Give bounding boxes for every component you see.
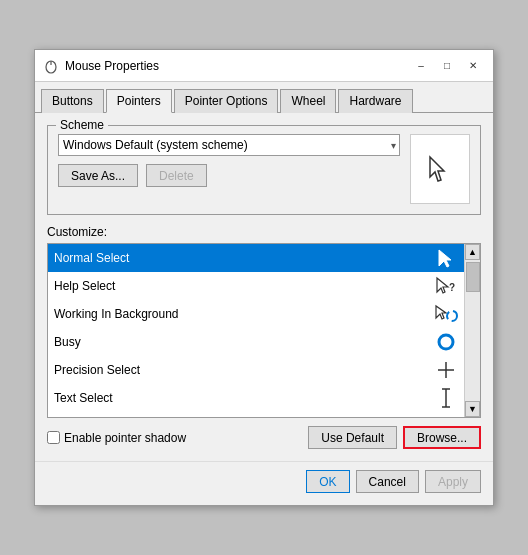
tab-pointer-options[interactable]: Pointer Options: [174, 89, 279, 113]
svg-marker-3: [439, 250, 451, 267]
save-as-button[interactable]: Save As...: [58, 164, 138, 187]
svg-marker-2: [430, 157, 444, 181]
svg-text:?: ?: [449, 282, 455, 293]
svg-point-8: [439, 335, 453, 349]
cursor-list[interactable]: Normal Select Help Select ?: [47, 243, 481, 418]
list-item[interactable]: Text Select: [48, 384, 464, 412]
cursor-preview: [410, 134, 470, 204]
pointer-shadow-checkbox-label[interactable]: Enable pointer shadow: [47, 431, 186, 445]
ok-button[interactable]: OK: [306, 470, 349, 493]
dialog-footer: OK Cancel Apply: [35, 461, 493, 505]
list-item[interactable]: Normal Select: [48, 244, 464, 272]
preview-cursor: [428, 155, 452, 183]
tab-wheel[interactable]: Wheel: [280, 89, 336, 113]
tabs-bar: Buttons Pointers Pointer Options Wheel H…: [35, 82, 493, 113]
scheme-group: Scheme Windows Default (system scheme)Wi…: [47, 125, 481, 215]
mouse-properties-window: Mouse Properties – □ ✕ Buttons Pointers …: [34, 49, 494, 506]
title-bar: Mouse Properties – □ ✕: [35, 50, 493, 82]
scheme-select[interactable]: Windows Default (system scheme)Windows B…: [58, 134, 400, 156]
list-item[interactable]: Help Select ?: [48, 272, 464, 300]
minimize-button[interactable]: –: [409, 56, 433, 76]
customize-label: Customize:: [47, 225, 481, 239]
ibeam-icon: [434, 386, 458, 410]
svg-marker-6: [436, 306, 446, 319]
scrollbar-track[interactable]: [465, 260, 480, 401]
delete-button[interactable]: Delete: [146, 164, 207, 187]
arrow-icon: [434, 246, 458, 270]
scrollbar-up[interactable]: ▲: [465, 244, 480, 260]
title-bar-left: Mouse Properties: [43, 58, 159, 74]
close-button[interactable]: ✕: [461, 56, 485, 76]
scheme-label: Scheme: [56, 118, 108, 132]
scheme-select-row: Windows Default (system scheme)Windows B…: [58, 134, 400, 156]
cancel-button[interactable]: Cancel: [356, 470, 419, 493]
pointer-shadow-label: Enable pointer shadow: [64, 431, 186, 445]
tab-pointers[interactable]: Pointers: [106, 89, 172, 113]
scrollbar-thumb[interactable]: [466, 262, 480, 292]
tab-hardware[interactable]: Hardware: [338, 89, 412, 113]
list-item[interactable]: Busy: [48, 328, 464, 356]
svg-point-7: [447, 311, 457, 321]
help-icon: ?: [434, 274, 458, 298]
scrollbar-down[interactable]: ▼: [465, 401, 480, 417]
window-title: Mouse Properties: [65, 59, 159, 73]
cursor-list-inner: Normal Select Help Select ?: [48, 244, 464, 412]
bottom-row: Enable pointer shadow Use Default Browse…: [47, 426, 481, 449]
pointer-shadow-checkbox[interactable]: [47, 431, 60, 444]
use-default-button[interactable]: Use Default: [308, 426, 397, 449]
busy-icon: [434, 330, 458, 354]
scheme-btn-row: Save As... Delete: [58, 164, 400, 187]
scheme-select-wrapper: Windows Default (system scheme)Windows B…: [58, 134, 400, 156]
tab-buttons[interactable]: Buttons: [41, 89, 104, 113]
list-item[interactable]: Working In Background: [48, 300, 464, 328]
browse-button[interactable]: Browse...: [403, 426, 481, 449]
cross-icon: [434, 358, 458, 382]
svg-marker-4: [437, 278, 448, 293]
working-icon: [434, 302, 458, 326]
mouse-icon: [43, 58, 59, 74]
list-item[interactable]: Precision Select: [48, 356, 464, 384]
tab-content: Scheme Windows Default (system scheme)Wi…: [35, 113, 493, 461]
action-btn-group: Use Default Browse...: [308, 426, 481, 449]
apply-button[interactable]: Apply: [425, 470, 481, 493]
list-scrollbar[interactable]: ▲ ▼: [464, 244, 480, 417]
scheme-controls: Windows Default (system scheme)Windows B…: [58, 134, 400, 187]
maximize-button[interactable]: □: [435, 56, 459, 76]
title-controls: – □ ✕: [409, 56, 485, 76]
